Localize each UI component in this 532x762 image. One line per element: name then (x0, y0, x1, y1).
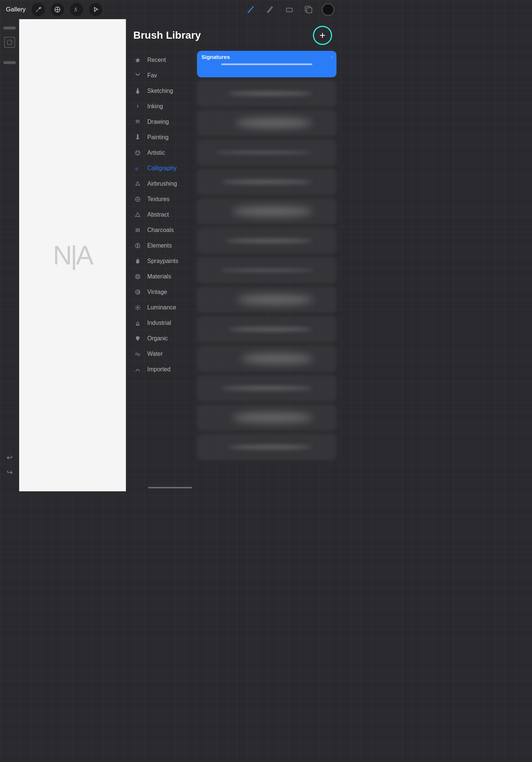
svg-rect-2 (286, 8, 292, 12)
category-item-fav[interactable]: Fav (128, 68, 192, 83)
wrench-icon[interactable] (32, 3, 45, 16)
svg-rect-8 (137, 92, 138, 94)
svg-rect-5 (7, 40, 12, 45)
brush-item-4[interactable] (197, 139, 337, 166)
adjustments-icon[interactable]: S (70, 3, 83, 16)
category-item-textures[interactable]: Textures (128, 192, 192, 207)
category-label-calligraphy: Calligraphy (147, 165, 177, 172)
brush-item-signatures[interactable]: Signatures › (197, 51, 337, 77)
canvas-separator (107, 19, 107, 491)
svg-point-13 (136, 152, 137, 153)
category-item-imported[interactable]: Imported (128, 362, 192, 377)
modifier-button[interactable] (4, 37, 15, 48)
color-swatch[interactable] (322, 3, 334, 16)
category-label-abstract: Abstract (147, 211, 169, 218)
water-icon (133, 350, 142, 358)
category-label-painting: Painting (147, 134, 169, 141)
category-item-recent[interactable]: Recent (128, 52, 192, 68)
abstract-icon (133, 210, 142, 219)
svg-text:α: α (135, 166, 138, 171)
svg-marker-17 (136, 182, 140, 185)
category-label-industrial: Industrial (147, 320, 171, 326)
svg-text:S: S (74, 7, 77, 13)
canvas-area[interactable]: N|A (19, 19, 126, 491)
brush-panel-body: Recent Fav (126, 51, 339, 491)
drawing-icon (133, 117, 142, 126)
category-label-sketching: Sketching (147, 88, 173, 94)
category-label-airbrushing: Airbrushing (147, 180, 177, 187)
category-item-charcoals[interactable]: Charcoals (128, 222, 192, 238)
industrial-icon (133, 319, 142, 327)
category-item-organic[interactable]: Organic (128, 331, 192, 346)
brush-name-signatures: Signatures (201, 54, 230, 60)
brush-item-14[interactable] (197, 434, 337, 460)
brush-item-12[interactable] (197, 375, 337, 401)
brush-preview-list: Signatures › (194, 51, 339, 491)
layers-tool-icon[interactable] (303, 4, 314, 15)
category-label-inking: Inking (147, 103, 163, 110)
brush-item-2[interactable] (197, 80, 337, 107)
opacity-slider[interactable] (3, 27, 16, 29)
selection-icon[interactable] (89, 3, 102, 16)
transform-icon[interactable] (51, 3, 64, 16)
category-label-organic: Organic (147, 335, 168, 342)
brush-item-13[interactable] (197, 404, 337, 431)
canvas-watermark: N|A (53, 240, 92, 270)
brush-item-9[interactable] (197, 287, 337, 313)
category-item-luminance[interactable]: Luminance (128, 300, 192, 315)
category-item-sketching[interactable]: Sketching (128, 83, 192, 99)
category-item-materials[interactable]: Materials (128, 269, 192, 284)
size-slider[interactable] (3, 61, 16, 64)
svg-point-15 (137, 154, 138, 155)
category-item-calligraphy[interactable]: α Calligraphy (128, 161, 192, 176)
brush-tool-icon[interactable] (245, 4, 257, 15)
toolbar-left: Gallery S (6, 3, 245, 16)
sketching-icon (133, 87, 142, 95)
svg-rect-10 (136, 138, 139, 139)
brush-item-7[interactable] (197, 228, 337, 254)
top-toolbar: Gallery S (0, 0, 340, 19)
brush-item-5[interactable] (197, 169, 337, 195)
category-item-vintage[interactable]: ✪ Vintage (128, 284, 192, 300)
category-item-industrial[interactable]: Industrial (128, 315, 192, 331)
toolbar-right (245, 3, 334, 16)
redo-button[interactable]: ↪ (7, 468, 13, 477)
svg-point-11 (137, 134, 138, 136)
brush-library-panel: Brush Library + Recent (126, 19, 339, 491)
calligraphy-icon: α (133, 164, 142, 173)
category-label-artistic: Artistic (147, 150, 165, 156)
brush-item-6[interactable] (197, 198, 337, 225)
brush-item-11[interactable] (197, 345, 337, 372)
undo-button[interactable]: ↩ (7, 453, 13, 462)
gallery-button[interactable]: Gallery (6, 6, 26, 13)
svg-rect-28 (137, 259, 138, 260)
category-item-inking[interactable]: Inking (128, 99, 192, 114)
category-item-abstract[interactable]: Abstract (128, 207, 192, 222)
brush-item-10[interactable] (197, 316, 337, 343)
category-label-water: Water (147, 351, 163, 357)
category-item-water[interactable]: Water (128, 346, 192, 362)
brush-library-title: Brush Library (133, 29, 201, 41)
category-item-elements[interactable]: Elements (128, 238, 192, 253)
category-item-artistic[interactable]: Artistic (128, 145, 192, 161)
brush-item-3[interactable] (197, 110, 337, 136)
brush-stroke-12 (221, 386, 312, 390)
brush-edit-icon[interactable]: › (331, 54, 333, 60)
svg-marker-21 (135, 213, 140, 217)
brush-item-8[interactable] (197, 257, 337, 284)
pen-tool-icon[interactable] (264, 4, 276, 15)
eraser-tool-icon[interactable] (283, 4, 295, 15)
brush-stroke-13 (232, 412, 313, 423)
svg-rect-34 (137, 324, 139, 325)
luminance-icon (133, 303, 142, 312)
category-item-painting[interactable]: Painting (128, 130, 192, 145)
category-item-spraypaints[interactable]: Spraypaints (128, 253, 192, 269)
category-item-airbrushing[interactable]: Airbrushing (128, 176, 192, 192)
brush-stroke-8 (219, 269, 314, 271)
brush-library-header: Brush Library + (126, 19, 339, 51)
materials-icon (133, 272, 142, 281)
category-label-spraypaints: Spraypaints (147, 258, 179, 264)
brush-stroke-2 (228, 92, 312, 95)
category-item-drawing[interactable]: Drawing (128, 114, 192, 130)
add-brush-button[interactable]: + (313, 26, 332, 45)
